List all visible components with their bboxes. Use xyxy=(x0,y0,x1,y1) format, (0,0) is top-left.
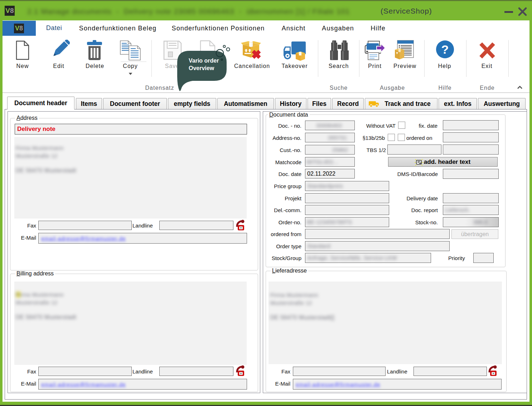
svg-text:?: ? xyxy=(441,43,449,56)
